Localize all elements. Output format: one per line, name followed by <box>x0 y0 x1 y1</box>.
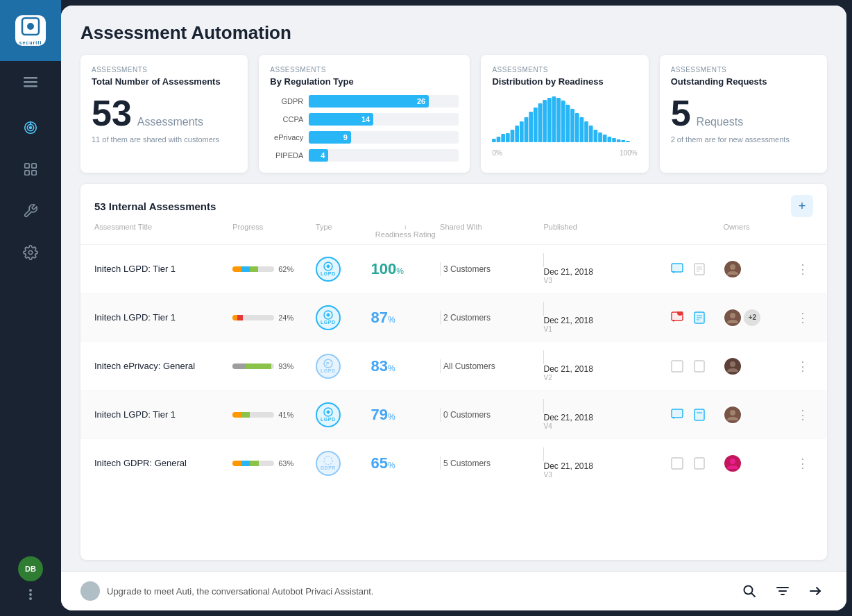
shared-1: 3 Customers <box>440 262 543 276</box>
stat-title-reg: By Regulation Type <box>270 76 459 87</box>
svg-rect-19 <box>502 134 506 142</box>
svg-rect-30 <box>552 96 556 142</box>
more-button-3[interactable]: ⋮ <box>792 359 813 374</box>
svg-line-77 <box>751 593 755 597</box>
search-icon[interactable] <box>738 580 760 602</box>
row-title-2: Initech LGPD: Tier 1 <box>94 312 232 323</box>
published-1: Dec 21, 2018 V3 <box>543 253 667 284</box>
svg-point-7 <box>30 127 32 129</box>
type-badge-2[interactable]: LGPD <box>316 305 341 330</box>
sidebar-item-gear[interactable] <box>0 233 61 272</box>
svg-rect-3 <box>24 81 37 83</box>
owners-1 <box>723 259 792 279</box>
published-5: Dec 21, 2018 V3 <box>543 447 667 479</box>
file-icon-3[interactable] <box>690 357 708 375</box>
actions-1 <box>668 260 724 278</box>
filter-icon[interactable] <box>772 580 794 602</box>
stats-row: Assessments Total Number of Assessments … <box>61 55 846 184</box>
type-badge-5[interactable]: GDPR <box>316 451 341 476</box>
col-shared: Shared With <box>440 223 543 239</box>
actions-4 <box>668 406 724 424</box>
table-row: Initech LGPD: Tier 1 62% LGPD 100 % <box>80 245 827 293</box>
file-icon-1[interactable] <box>690 260 708 278</box>
type-badge-1[interactable]: LGPD <box>316 257 341 282</box>
table-row: Initech LGPD: Tier 1 41% LGPD 79 % <box>80 391 827 439</box>
more-button-5[interactable]: ⋮ <box>792 456 813 471</box>
table-row: Initech GDPR: General 63% GDPR 65 <box>80 439 827 487</box>
bottom-bar: Upgrade to meet Auti, the conversational… <box>61 571 846 610</box>
hamburger-menu[interactable] <box>0 67 61 97</box>
svg-text:P: P <box>326 361 330 366</box>
more-button-4[interactable]: ⋮ <box>792 407 813 422</box>
bar-row-ccpa: CCPA 14 <box>270 113 459 126</box>
more-options-icon[interactable] <box>23 587 38 605</box>
actions-5 <box>668 454 724 472</box>
svg-point-71 <box>730 410 735 416</box>
col-progress: Progress <box>232 223 316 239</box>
svg-rect-17 <box>492 139 496 142</box>
svg-point-61 <box>730 313 735 318</box>
shared-5: 5 Customers <box>440 456 543 470</box>
table-title: 53 Internal Assessments <box>94 200 216 212</box>
svg-rect-23 <box>520 121 524 142</box>
svg-rect-11 <box>25 171 29 175</box>
logo-icon <box>21 17 40 40</box>
sidebar-item-grid[interactable] <box>0 150 61 189</box>
user-avatar[interactable]: DB <box>18 556 43 581</box>
svg-rect-40 <box>599 132 603 142</box>
file-icon-4[interactable] <box>690 406 708 424</box>
check-icon-5[interactable] <box>668 454 686 472</box>
type-badge-3[interactable]: P LGPD <box>316 354 341 379</box>
svg-rect-20 <box>506 133 510 142</box>
svg-rect-25 <box>529 112 534 142</box>
sidebar-item-wrench[interactable] <box>0 191 61 230</box>
svg-point-75 <box>730 459 735 464</box>
published-2: Dec 21, 2018 V1 <box>543 302 667 333</box>
svg-point-15 <box>29 593 32 596</box>
message-icon-4[interactable] <box>668 406 686 424</box>
check-icon-3[interactable] <box>668 357 686 375</box>
col-readiness: ↓ Readiness Rating <box>370 223 440 239</box>
svg-rect-12 <box>32 171 36 175</box>
stat-label-outstanding: Assessments <box>671 66 816 74</box>
add-assessment-button[interactable]: + <box>791 195 813 217</box>
svg-rect-46 <box>627 141 631 142</box>
row-title-5: Initech GDPR: General <box>94 458 232 468</box>
readiness-1: 100 % <box>370 260 440 278</box>
svg-rect-34 <box>571 109 575 142</box>
svg-rect-69 <box>695 409 704 420</box>
svg-rect-2 <box>24 77 37 79</box>
more-button-1[interactable]: ⋮ <box>792 262 813 277</box>
svg-rect-22 <box>516 126 520 142</box>
actions-2 <box>668 309 724 327</box>
file-icon-2[interactable] <box>690 309 708 327</box>
stat-title-outstanding: Outstanding Requests <box>671 76 816 87</box>
distribution-chart: 0% 100% <box>492 95 637 157</box>
file-icon-5[interactable] <box>690 454 708 472</box>
svg-rect-68 <box>672 409 683 418</box>
type-badge-4[interactable]: LGPD <box>316 402 341 427</box>
stat-title-total: Total Number of Assessments <box>92 76 237 87</box>
svg-rect-24 <box>525 117 529 142</box>
main-content: Assessment Automation Assessments Total … <box>61 6 846 610</box>
col-assessment-title: Assessment Title <box>94 223 232 239</box>
message-icon-1[interactable] <box>668 260 686 278</box>
message-icon-2[interactable] <box>668 309 686 327</box>
svg-rect-28 <box>543 100 547 142</box>
svg-rect-43 <box>613 138 617 142</box>
stat-card-distribution: Assessments Distribution by Readiness <box>481 55 648 173</box>
progress-2: 24% <box>232 314 316 322</box>
svg-rect-73 <box>672 458 683 469</box>
svg-rect-37 <box>585 121 589 142</box>
extra-owners-2: +2 <box>744 309 760 326</box>
owner-avatar-3 <box>723 357 742 376</box>
svg-rect-39 <box>594 130 598 142</box>
sidebar-item-radar[interactable] <box>0 108 61 147</box>
owner-avatar-1 <box>723 259 742 279</box>
svg-rect-74 <box>695 458 704 469</box>
svg-rect-36 <box>580 117 584 142</box>
arrow-right-icon[interactable] <box>805 580 827 602</box>
svg-rect-9 <box>25 164 29 168</box>
more-button-2[interactable]: ⋮ <box>792 310 813 325</box>
row-title-1: Initech LGPD: Tier 1 <box>94 264 232 274</box>
